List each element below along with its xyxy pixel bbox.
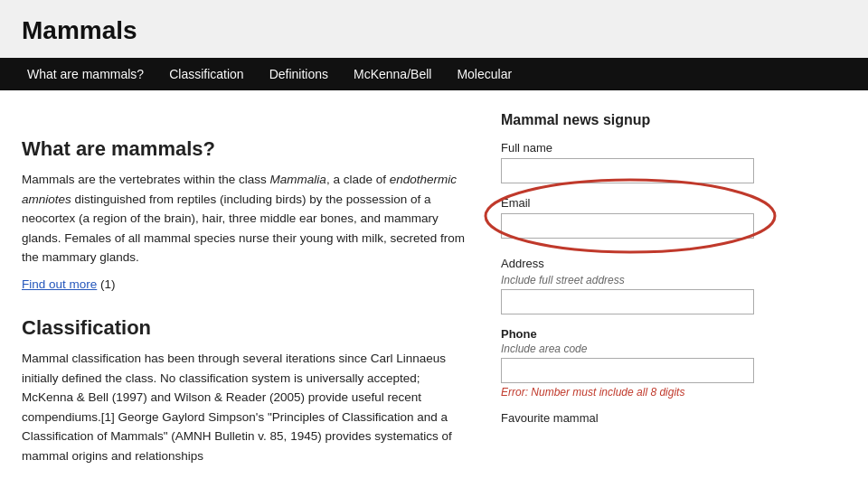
section2-heading: Classification xyxy=(22,316,465,340)
email-input[interactable] xyxy=(501,213,754,239)
fullname-label: Full name xyxy=(501,141,754,155)
address-input[interactable] xyxy=(501,289,754,314)
nav-item-mckenna-bell[interactable]: McKenna/Bell xyxy=(341,58,444,90)
section-classification: Classification Mammal classification has… xyxy=(22,316,465,488)
section1-heading: What are mammals? xyxy=(22,137,465,161)
form-title: Mammal news signup xyxy=(501,112,754,128)
form-group-phone: Phone Include area code Error: Number mu… xyxy=(501,327,754,399)
form-group-favourite: Favourite mammal xyxy=(501,411,754,425)
section2-paragraph: Mammal classification has been through s… xyxy=(22,349,465,466)
phone-label: Phone xyxy=(501,327,754,341)
section1-find-out-more-link[interactable]: Find out more xyxy=(22,277,97,291)
section1-paragraph: Mammals are the vertebrates within the c… xyxy=(22,170,465,267)
signup-form-sidebar: Mammal news signup Full name Email Addre… xyxy=(501,112,754,488)
fullname-input[interactable] xyxy=(501,158,754,183)
address-label: Address xyxy=(501,257,754,270)
main-nav: What are mammals? Classification Definit… xyxy=(0,58,868,90)
nav-item-classification[interactable]: Classification xyxy=(156,58,256,90)
main-content: What are mammals? Mammals are the verteb… xyxy=(22,112,465,488)
section1-count-inline: (1) xyxy=(97,277,115,291)
nav-item-definitions[interactable]: Definitions xyxy=(257,58,341,90)
section-what-are-mammals: What are mammals? Mammals are the verteb… xyxy=(22,137,465,291)
phone-sublabel: Include area code xyxy=(501,343,754,355)
phone-error: Error: Number must include all 8 digits xyxy=(501,386,754,399)
address-sublabel: Include full street address xyxy=(501,274,754,286)
site-header: Mammals xyxy=(0,0,868,58)
favourite-label: Favourite mammal xyxy=(501,411,754,425)
email-label: Email xyxy=(501,196,754,210)
phone-input[interactable] xyxy=(501,358,754,383)
site-title: Mammals xyxy=(22,16,846,45)
form-group-email: Email xyxy=(501,196,754,239)
form-group-fullname: Full name xyxy=(501,141,754,183)
page-body: What are mammals? Mammals are the verteb… xyxy=(0,90,868,488)
nav-item-what-are-mammals[interactable]: What are mammals? xyxy=(14,58,156,90)
nav-item-molecular[interactable]: Molecular xyxy=(444,58,524,90)
form-group-address: Address Include full street address xyxy=(501,257,754,314)
